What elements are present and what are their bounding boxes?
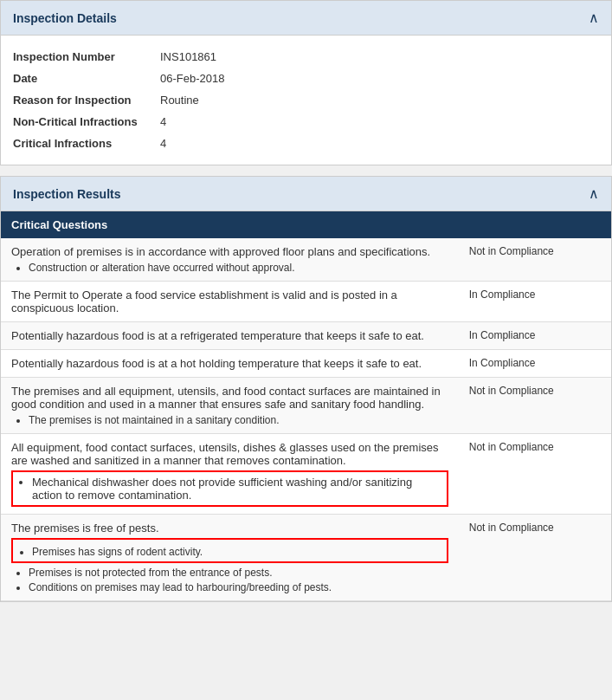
table-row: The premises and all equipment, utensils…: [1, 378, 611, 434]
sub-item: Premises has signs of rodent activity.: [32, 546, 441, 558]
sub-item: Premises is not protected from the entra…: [29, 567, 448, 579]
inspection-details-title: Inspection Details: [13, 11, 117, 25]
table-row: All equipment, food contact surfaces, ut…: [1, 434, 611, 515]
table-header-row: Critical Questions: [1, 211, 611, 238]
sub-item: The premises is not maintained in a sani…: [29, 414, 448, 426]
inspection-details-section: Inspection Details ∧ Inspection Number I…: [0, 0, 612, 165]
detail-row: Critical Infractions 4: [13, 133, 599, 154]
question-cell: The Permit to Operate a food service est…: [1, 282, 459, 322]
inspection-results-section: Inspection Results ∧ Critical Questions …: [0, 176, 612, 602]
results-collapse-chevron[interactable]: ∧: [589, 185, 599, 202]
status-cell: In Compliance: [459, 322, 611, 350]
table-row: The premises is free of pests. Premises …: [1, 515, 611, 601]
table-header-cell: Critical Questions: [1, 211, 611, 238]
table-row: Potentially hazardous food is at a refri…: [1, 322, 611, 350]
sub-item: Mechanical dishwasher does not provide s…: [32, 476, 441, 502]
detail-label: Critical Infractions: [13, 137, 160, 150]
status-cell: Not in Compliance: [459, 238, 611, 282]
question-text: The Permit to Operate a food service est…: [11, 288, 397, 314]
question-cell: Operation of premises is in accordance w…: [1, 238, 459, 282]
status-cell: Not in Compliance: [459, 378, 611, 434]
question-text: Potentially hazardous food is at a hot h…: [11, 357, 422, 370]
table-row: The Permit to Operate a food service est…: [1, 282, 611, 322]
question-text: All equipment, food contact surfaces, ut…: [11, 441, 439, 467]
question-cell: The premises and all equipment, utensils…: [1, 378, 459, 434]
collapse-chevron[interactable]: ∧: [589, 10, 599, 26]
status-cell: Not in Compliance: [459, 434, 611, 515]
detail-value: 4: [160, 137, 166, 150]
detail-row: Reason for Inspection Routine: [13, 89, 599, 111]
status-cell: Not in Compliance: [459, 515, 611, 601]
detail-label: Date: [13, 72, 160, 85]
sub-item: Conditions on premises may lead to harbo…: [29, 581, 448, 593]
status-cell: In Compliance: [459, 350, 611, 378]
table-row: Operation of premises is in accordance w…: [1, 238, 611, 282]
detail-label: Inspection Number: [13, 50, 160, 63]
question-cell: Potentially hazardous food is at a refri…: [1, 322, 459, 350]
sub-item: Construction or alteration have occurred…: [29, 262, 448, 274]
question-text: Operation of premises is in accordance w…: [11, 245, 430, 258]
detail-row: Inspection Number INS101861: [13, 46, 599, 68]
question-text: The premises and all equipment, utensils…: [11, 385, 441, 411]
question-cell: All equipment, food contact surfaces, ut…: [1, 434, 459, 515]
status-cell: In Compliance: [459, 282, 611, 322]
table-row: Potentially hazardous food is at a hot h…: [1, 350, 611, 378]
question-cell: The premises is free of pests. Premises …: [1, 515, 459, 601]
inspection-results-title: Inspection Results: [13, 187, 120, 201]
question-cell: Potentially hazardous food is at a hot h…: [1, 350, 459, 378]
detail-label: Non-Critical Infractions: [13, 115, 160, 128]
detail-value: 4: [160, 115, 166, 128]
inspection-results-header: Inspection Results ∧: [1, 177, 611, 211]
critical-questions-table: Critical Questions Operation of premises…: [1, 211, 611, 601]
highlighted-sub-item: Mechanical dishwasher does not provide s…: [11, 470, 448, 507]
detail-label: Reason for Inspection: [13, 94, 160, 107]
highlighted-sub-item: Premises has signs of rodent activity.: [11, 538, 448, 563]
question-text: Potentially hazardous food is at a refri…: [11, 329, 424, 342]
detail-value: INS101861: [160, 50, 216, 63]
detail-row: Non-Critical Infractions 4: [13, 111, 599, 133]
inspection-details-body: Inspection Number INS101861 Date 06-Feb-…: [1, 36, 611, 165]
inspection-details-header: Inspection Details ∧: [1, 1, 611, 36]
detail-value: Routine: [160, 94, 199, 107]
detail-value: 06-Feb-2018: [160, 72, 224, 85]
inspection-results-body: Critical Questions Operation of premises…: [1, 211, 611, 601]
question-text: The premises is free of pests.: [11, 522, 159, 535]
detail-row: Date 06-Feb-2018: [13, 68, 599, 89]
